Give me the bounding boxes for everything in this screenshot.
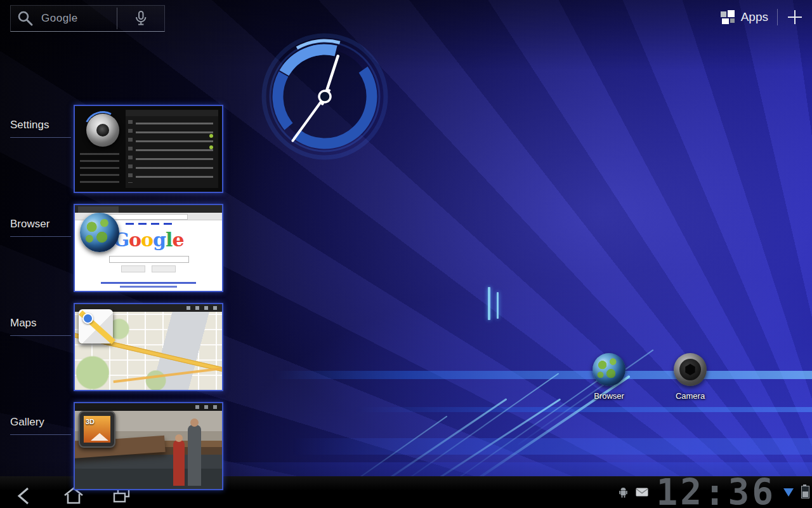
top-right-corner: Apps xyxy=(721,5,803,29)
shortcut-camera[interactable]: Camera xyxy=(667,353,713,401)
gallery-3d-badge: 3D xyxy=(86,418,95,425)
browser-globe-icon xyxy=(593,353,625,386)
recent-app-label-maps[interactable]: Maps xyxy=(10,317,71,336)
honeycomb-home-screen: Browser Camera Google xyxy=(0,0,812,508)
recent-app-thumbnail-settings[interactable] xyxy=(74,105,223,193)
recent-app-label-gallery[interactable]: Gallery xyxy=(10,416,71,435)
recent-app-label-settings[interactable]: Settings xyxy=(10,119,71,138)
maps-app-icon xyxy=(79,309,113,344)
settings-thumb-menu xyxy=(80,153,119,186)
recent-app-label-browser[interactable]: Browser xyxy=(10,218,71,237)
corner-divider xyxy=(777,9,778,25)
shortcut-browser-label: Browser xyxy=(594,391,624,401)
settings-app-icon xyxy=(86,114,119,147)
photo-person xyxy=(188,425,201,486)
system-clock[interactable]: 12:36 xyxy=(656,476,776,508)
recent-apps-panel: Settings Browser Google xyxy=(0,0,228,508)
settings-green-dot xyxy=(209,145,213,149)
camera-lens-icon xyxy=(674,353,707,386)
browser-app-icon xyxy=(80,213,119,252)
usb-debugging-icon xyxy=(619,487,628,498)
settings-green-dot xyxy=(209,134,213,138)
settings-dial-arc xyxy=(79,106,127,154)
shortcut-camera-label: Camera xyxy=(676,391,705,401)
apps-label: Apps xyxy=(741,10,768,24)
gallery-thumb-actionbar xyxy=(75,403,222,411)
recent-app-thumbnail-gallery[interactable]: 3D xyxy=(74,402,223,490)
recent-app-thumbnail-maps[interactable] xyxy=(74,303,223,391)
status-tray[interactable]: 12:36 xyxy=(619,476,809,508)
analog-clock-face xyxy=(261,33,388,160)
analog-clock-widget[interactable] xyxy=(261,33,388,160)
battery-icon xyxy=(801,486,809,498)
shortcut-browser[interactable]: Browser xyxy=(586,353,632,401)
network-signal-icon xyxy=(783,488,794,497)
apps-button[interactable]: Apps xyxy=(721,10,768,24)
recent-app-thumbnail-browser[interactable]: Google xyxy=(74,204,223,292)
gallery-app-icon: 3D xyxy=(79,411,115,448)
clock-center-cap xyxy=(319,91,331,102)
add-widget-plus-icon[interactable] xyxy=(787,9,803,25)
apps-grid-icon xyxy=(721,10,735,24)
photo-person xyxy=(173,440,185,486)
email-notification-icon xyxy=(636,488,648,497)
settings-thumb-content xyxy=(126,110,218,188)
